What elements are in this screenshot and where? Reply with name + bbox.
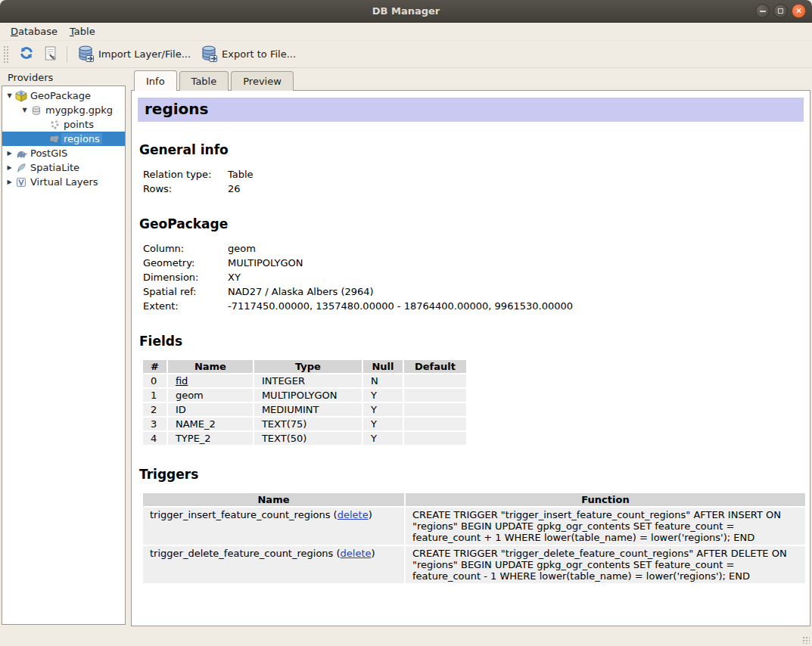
field-null: Y [363,389,403,402]
export-database-icon [200,44,218,64]
field-default [404,389,466,402]
menu-database[interactable]: Database [5,23,64,39]
column-header: # [143,360,166,373]
sql-window-button[interactable] [39,43,62,66]
page-title: regions [138,98,804,122]
field-num: 3 [143,418,166,430]
geopackage-icon [14,90,28,102]
expander-collapsed-icon[interactable]: ▶ [5,164,14,171]
field-type: INTEGER [254,374,362,387]
close-button[interactable]: ✕ [792,4,806,18]
delete-trigger-link[interactable]: delete [341,548,372,559]
import-layer-label: Import Layer/File... [98,48,191,60]
table-row: trigger_insert_feature_count_regions (de… [143,508,805,545]
fields-table: # Name Type Null Default 0 fid INTEGER N [142,359,468,446]
tree-item-label: regions [61,133,102,144]
field-name: TYPE_2 [168,432,253,445]
titlebar[interactable]: DB Manager ✕ [0,0,812,23]
info-label: Column: [143,241,228,256]
tree-item-virtual-layers[interactable]: ▶ Virtual Layers [2,175,125,189]
tree-item-regions[interactable]: regions [2,132,125,146]
database-icon [30,105,43,116]
delete-trigger-link[interactable]: delete [338,509,369,520]
table-row: 1 geom MULTIPOLYGON Y [143,389,466,402]
triggers-heading: Triggers [139,467,804,482]
general-info-heading: General info [139,142,804,157]
toolbar-separator [67,46,67,63]
table-row: trigger_delete_feature_count_regions (de… [143,546,805,583]
expander-collapsed-icon[interactable]: ▶ [5,150,14,157]
info-value: geom [228,241,804,256]
trigger-function: CREATE TRIGGER "trigger_insert_feature_c… [406,508,805,545]
column-header: Function [406,493,805,506]
sql-window-icon [44,45,58,64]
tab-preview[interactable]: Preview [231,71,294,91]
field-default [404,374,466,387]
tree-item-spatialite[interactable]: ▶ SpatiaLite [2,160,125,175]
polygon-layer-icon [48,134,61,144]
tab-table[interactable]: Table [179,71,229,91]
export-file-button[interactable]: Export to File... [195,42,300,67]
fields-heading: Fields [139,334,804,349]
tree-item-label: PostGIS [28,148,70,159]
field-type: TEXT(50) [254,432,362,445]
info-value: 26 [228,182,804,196]
providers-dock: Providers ▼ GeoPackage ▼ [2,70,126,628]
toolbar: Import Layer/File... Export to File... [0,41,812,68]
resize-grip[interactable] [802,636,810,644]
field-name: NAME_2 [168,418,253,430]
field-type: TEXT(75) [254,418,362,430]
statusbar [0,628,812,646]
detail-area: Info Table Preview regions General info … [131,70,810,628]
table-row: 2 ID MEDIUMINT Y [143,403,466,416]
db-manager-window: DB Manager ✕ Database Table [0,0,812,646]
info-value: -7117450.00000, 1357480.00000 - 18764400… [228,299,804,313]
tabbar: Info Table Preview [131,70,810,91]
fields-header-row: # Name Type Null Default [143,360,466,373]
tree-item-mygpkg[interactable]: ▼ mygpkg.gpkg [2,103,125,117]
refresh-button[interactable] [14,42,39,66]
info-label: Geometry: [143,256,228,270]
field-type: MEDIUMINT [254,403,362,416]
field-num: 1 [143,389,166,402]
expander-expanded-icon[interactable]: ▼ [20,107,30,113]
minimize-button[interactable] [755,4,770,18]
maximize-icon [778,8,783,14]
field-num: 0 [143,374,166,387]
column-header: Null [363,360,403,373]
maximize-button[interactable] [773,4,788,18]
field-null: Y [363,418,403,430]
info-value: MULTIPOLYGON [228,256,804,270]
toolbar-drag-handle[interactable] [3,45,9,64]
table-row: 0 fid INTEGER N [143,374,466,387]
geopackage-heading: GeoPackage [139,216,804,231]
tree-item-label: Virtual Layers [28,176,101,188]
spatialite-icon [14,163,28,173]
close-icon: ✕ [795,7,802,15]
field-name: ID [168,403,253,416]
info-row: Extent: -7117450.00000, 1357480.00000 - … [138,299,804,313]
menu-table[interactable]: Table [64,23,101,39]
minimize-icon [760,11,766,12]
tree-item-label: SpatiaLite [28,162,82,173]
providers-tree[interactable]: ▼ GeoPackage ▼ [2,85,126,625]
import-layer-button[interactable]: Import Layer/File... [72,42,195,67]
info-row: Spatial ref: NAD27 / Alaska Albers (2964… [138,284,804,299]
trigger-name: trigger_delete_feature_count_regions [150,548,333,559]
table-row: 3 NAME_2 TEXT(75) Y [143,418,466,430]
main-area: Providers ▼ GeoPackage ▼ [0,68,812,628]
column-header: Name [168,360,253,373]
refresh-icon [18,45,35,64]
info-row: Rows: 26 [138,182,804,196]
info-label: Dimension: [143,270,228,284]
tab-info[interactable]: Info [134,70,177,91]
virtual-layers-icon [14,177,28,188]
tree-item-geopackage[interactable]: ▼ GeoPackage [2,89,125,103]
info-row: Relation type: Table [138,167,804,182]
expander-collapsed-icon[interactable]: ▶ [5,179,14,185]
tree-item-postgis[interactable]: ▶ PostGIS [2,146,125,160]
info-row: Geometry: MULTIPOLYGON [138,256,804,270]
tree-item-points[interactable]: points [2,117,125,132]
expander-expanded-icon[interactable]: ▼ [5,92,14,99]
info-value: XY [228,270,804,284]
